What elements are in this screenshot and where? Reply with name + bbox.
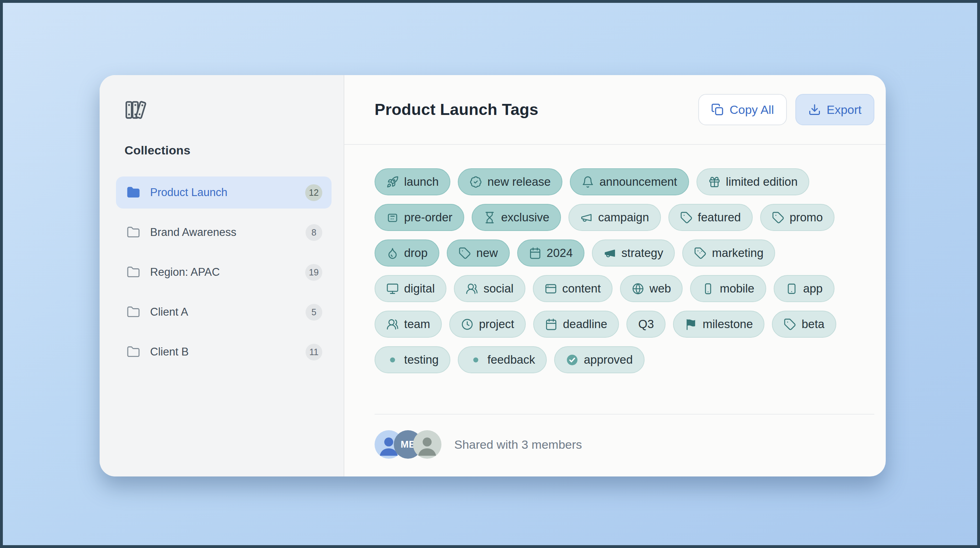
tag-deadline[interactable]: deadline (533, 311, 619, 338)
check-circle-icon (566, 354, 578, 366)
tag-label: mobile (720, 282, 754, 295)
sidebar-item-label: Client A (150, 306, 305, 319)
tag-web[interactable]: web (620, 275, 683, 302)
sidebar: Collections Product Launch12Brand Awaren… (100, 75, 344, 476)
tag-social[interactable]: social (454, 275, 525, 302)
copy-all-button[interactable]: Copy All (698, 94, 787, 125)
folder-icon (127, 186, 140, 199)
tag-label: pre-order (404, 211, 452, 224)
count-badge: 19 (305, 264, 322, 281)
dot-icon (469, 354, 482, 366)
folder-icon (127, 305, 140, 319)
tag-milestone[interactable]: milestone (673, 311, 764, 338)
tag-label: drop (404, 246, 428, 260)
tag-q3[interactable]: Q3 (627, 311, 665, 338)
tag-promo[interactable]: promo (760, 204, 835, 231)
sidebar-item-client-b[interactable]: Client B11 (116, 336, 331, 368)
folder-icon (127, 226, 140, 239)
sidebar-item-client-a[interactable]: Client A5 (116, 296, 331, 328)
hourglass-icon (484, 211, 496, 224)
tag-app[interactable]: app (774, 275, 835, 302)
sidebar-item-label: Product Launch (150, 186, 305, 199)
tag-content[interactable]: content (533, 275, 612, 302)
page-title: Product Launch Tags (375, 100, 539, 119)
tag-drop[interactable]: drop (375, 239, 439, 266)
droplet-icon (386, 247, 399, 260)
tag-label: limited edition (726, 175, 798, 189)
tag-campaign[interactable]: campaign (568, 204, 660, 231)
users-icon (466, 282, 478, 295)
sidebar-item-region-apac[interactable]: Region: APAC19 (116, 256, 331, 288)
tag-label: milestone (703, 317, 753, 331)
megaphone-filled-icon (604, 247, 616, 260)
cash-box-icon (386, 211, 399, 224)
main-panel: Product Launch Tags Copy AllExport launc… (344, 75, 886, 476)
tag-label: strategy (621, 246, 663, 260)
tag-new-release[interactable]: new release (458, 168, 562, 195)
count-badge: 12 (305, 184, 322, 201)
tag-label: content (562, 282, 601, 295)
tablet-icon (786, 282, 798, 295)
tag-team[interactable]: team (375, 311, 442, 338)
count-badge: 8 (305, 224, 322, 241)
button-label: Export (827, 103, 862, 117)
tag-mobile[interactable]: mobile (690, 275, 766, 302)
header: Product Launch Tags Copy AllExport (344, 75, 886, 145)
sidebar-item-label: Region: APAC (150, 266, 305, 279)
tag-project[interactable]: project (449, 311, 526, 338)
tag-label: app (803, 282, 823, 295)
tag-pre-order[interactable]: pre-order (375, 204, 464, 231)
sidebar-item-label: Brand Awareness (150, 226, 305, 239)
count-badge: 5 (305, 304, 322, 320)
flag-icon (685, 318, 697, 331)
tag-feedback[interactable]: feedback (458, 346, 547, 373)
tag-announcement[interactable]: announcement (570, 168, 689, 195)
footer: ME Shared with 3 members (375, 430, 886, 459)
tag-row: digitalsocialcontentwebmobileapp (375, 275, 874, 302)
tag-exclusive[interactable]: exclusive (472, 204, 561, 231)
tag-label: social (484, 282, 513, 295)
avatar (413, 430, 441, 459)
badge-check-icon (469, 176, 482, 188)
footer-divider (375, 414, 874, 414)
tag-new[interactable]: new (447, 239, 510, 266)
tag-label: launch (404, 175, 439, 189)
tag-icon (680, 211, 692, 224)
tag-beta[interactable]: beta (772, 311, 836, 338)
copy-icon (711, 103, 724, 116)
button-label: Copy All (730, 103, 774, 117)
sidebar-title: Collections (124, 143, 331, 157)
tag-label: marketing (712, 246, 764, 260)
tag-label: new (476, 246, 498, 260)
avatar-stack: ME (375, 430, 441, 459)
tag-limited-edition[interactable]: limited edition (697, 168, 810, 195)
collections-list: Product Launch12Brand Awareness8Region: … (116, 177, 331, 368)
sidebar-item-label: Client B (150, 346, 305, 358)
tag-icon (784, 318, 796, 331)
smartphone-icon (702, 282, 714, 295)
sidebar-item-product-launch[interactable]: Product Launch12 (116, 177, 331, 209)
tag-icon (772, 211, 784, 224)
tag-row: dropnew2024strategymarketing (375, 239, 874, 266)
tag-launch[interactable]: launch (375, 168, 450, 195)
tag-grid: launchnew releaseannouncementlimited edi… (344, 145, 886, 373)
tag-label: feedback (487, 353, 535, 366)
tag-label: deadline (563, 317, 607, 331)
person-icon (415, 433, 439, 459)
tag-2024[interactable]: 2024 (517, 239, 584, 266)
tag-marketing[interactable]: marketing (682, 239, 775, 266)
export-button[interactable]: Export (795, 94, 874, 125)
tag-strategy[interactable]: strategy (592, 239, 675, 266)
tag-featured[interactable]: featured (668, 204, 753, 231)
count-badge: 11 (305, 344, 322, 360)
tag-label: announcement (600, 175, 677, 189)
tag-testing[interactable]: testing (375, 346, 450, 373)
tag-digital[interactable]: digital (375, 275, 446, 302)
tag-label: project (479, 317, 514, 331)
download-icon (808, 103, 821, 116)
tag-approved[interactable]: approved (554, 346, 644, 373)
books-icon (124, 100, 148, 121)
tag-row: pre-orderexclusivecampaignfeaturedpromo (375, 204, 874, 231)
sidebar-item-brand-awareness[interactable]: Brand Awareness8 (116, 217, 331, 249)
tag-label: promo (790, 211, 823, 224)
